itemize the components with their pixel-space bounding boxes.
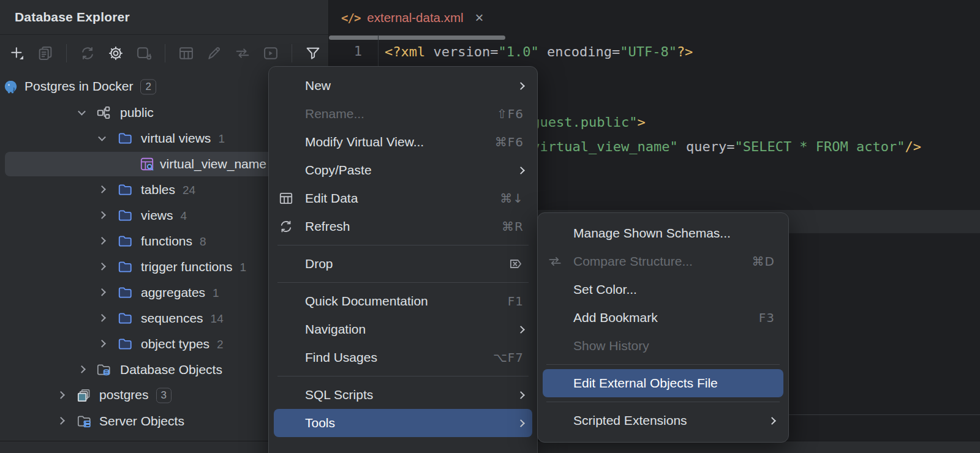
context-menu: NewRename...⇧F6Modify Virtual View...⌘F6… bbox=[268, 66, 538, 453]
tree-item-label: Server Objects bbox=[99, 414, 184, 429]
menu-item-add-bookmark[interactable]: Add BookmarkF3 bbox=[538, 304, 788, 332]
chevron-right-icon[interactable] bbox=[98, 314, 106, 322]
menu-item-find-usages[interactable]: Find Usages⌥F7 bbox=[269, 343, 537, 372]
folder-icon bbox=[117, 285, 133, 301]
menu-item-rename: Rename...⇧F6 bbox=[269, 100, 537, 128]
toolbar-separator bbox=[292, 44, 292, 62]
code-token: > bbox=[637, 114, 645, 130]
panel-header: Database Explorer bbox=[0, 0, 328, 35]
chevron-right-icon[interactable] bbox=[98, 211, 106, 219]
menu-item-manage-shown-schemas[interactable]: Manage Shown Schemas... bbox=[538, 219, 788, 247]
menu-item-label: Modify Virtual View... bbox=[305, 135, 424, 149]
code-fragment-1[interactable]: "guest.public"> bbox=[524, 114, 646, 131]
item-count: 1 bbox=[218, 132, 225, 145]
tab-filename: external-data.xml bbox=[367, 10, 463, 25]
postgres-elephant-icon bbox=[2, 79, 19, 95]
menu-item-label: SQL Scripts bbox=[305, 387, 373, 402]
filter-icon bbox=[304, 45, 322, 62]
chevron-right-icon[interactable] bbox=[98, 263, 106, 271]
menu-item-label: Add Bookmark bbox=[573, 310, 658, 325]
code-token: = bbox=[726, 139, 734, 154]
chevron-right-icon[interactable] bbox=[98, 185, 106, 193]
menu-item-label: Find Usages bbox=[305, 350, 377, 365]
add-button[interactable] bbox=[7, 43, 27, 63]
code-fragment-2[interactable]: "virtual_view_name" query="SELECT * FROM… bbox=[524, 138, 921, 155]
folder-icon bbox=[117, 233, 133, 249]
menu-shortcut: ⇧F6 bbox=[497, 107, 524, 121]
menu-item-label: Drop bbox=[305, 256, 333, 271]
code-token: "UTF-8" bbox=[620, 44, 677, 59]
menu-shortcut: ⌘F6 bbox=[495, 135, 524, 149]
menu-item-tools[interactable]: Tools bbox=[274, 409, 532, 437]
chevron-down-icon[interactable] bbox=[98, 133, 106, 141]
item-count: 1 bbox=[239, 261, 246, 274]
tab-external-data-xml[interactable]: </> external-data.xml × bbox=[336, 0, 489, 35]
submenu-arrow-icon bbox=[517, 82, 525, 90]
code-token: /> bbox=[905, 139, 922, 154]
menu-item-edit-external-objects-file[interactable]: Edit External Objects File bbox=[543, 369, 783, 397]
menu-item-edit-data[interactable]: Edit Data⌘↓ bbox=[269, 184, 537, 212]
gear-button[interactable] bbox=[106, 43, 126, 63]
folder-icon bbox=[117, 310, 133, 326]
menu-item-label: Manage Shown Schemas... bbox=[573, 226, 731, 241]
xml-file-icon: </> bbox=[341, 11, 360, 24]
active-tab-underline bbox=[329, 36, 505, 40]
chevron-right-icon[interactable] bbox=[98, 340, 106, 348]
chevron-down-icon[interactable] bbox=[78, 108, 86, 116]
item-count: 14 bbox=[211, 312, 224, 325]
delete-forward-icon bbox=[508, 256, 524, 272]
code-token: "guest.public" bbox=[524, 114, 637, 130]
code-line-1[interactable]: <?xml version="1.0" encoding="UTF-8"?> bbox=[385, 43, 693, 61]
menu-item-copy-paste[interactable]: Copy/Paste bbox=[269, 156, 537, 184]
chevron-right-icon[interactable] bbox=[57, 391, 65, 399]
code-token: query bbox=[678, 139, 726, 154]
menu-shortcut: ⌘↓ bbox=[500, 191, 524, 206]
virtual-view-icon bbox=[139, 156, 155, 172]
menu-separator bbox=[277, 376, 529, 376]
menu-item-drop[interactable]: Drop bbox=[269, 250, 537, 278]
refresh-icon bbox=[278, 219, 294, 234]
compare-button bbox=[233, 43, 252, 63]
item-badge: 3 bbox=[156, 388, 172, 403]
compare-icon bbox=[547, 253, 563, 269]
menu-item-label: Tools bbox=[305, 416, 335, 430]
chevron-right-icon[interactable] bbox=[78, 365, 86, 373]
menu-item-scripted-extensions[interactable]: Scripted Extensions bbox=[538, 406, 788, 435]
code-token: "1.0" bbox=[498, 44, 538, 59]
menu-shortcut: ⌥F7 bbox=[493, 350, 524, 365]
menu-item-modify-virtual-view[interactable]: Modify Virtual View...⌘F6 bbox=[269, 128, 537, 156]
menu-separator bbox=[546, 364, 780, 365]
menu-item-navigation[interactable]: Navigation bbox=[269, 315, 537, 343]
folder-icon bbox=[117, 130, 133, 146]
menu-item-label: Quick Documentation bbox=[305, 294, 428, 309]
menu-shortcut: ⌘R bbox=[502, 219, 524, 234]
tree-item-label: tables24 bbox=[141, 182, 195, 197]
filter-button[interactable] bbox=[303, 43, 323, 63]
disconnect-icon bbox=[135, 45, 153, 62]
refresh-icon bbox=[79, 45, 96, 62]
folder-icon bbox=[117, 182, 133, 198]
item-badge: 2 bbox=[140, 80, 156, 95]
menu-item-refresh[interactable]: Refresh⌘R bbox=[269, 212, 537, 241]
menu-item-set-color[interactable]: Set Color... bbox=[538, 275, 788, 304]
chevron-right-icon[interactable] bbox=[98, 237, 106, 245]
menu-item-new[interactable]: New bbox=[269, 72, 537, 100]
tree-item-label: aggregates1 bbox=[141, 285, 219, 300]
gear-icon bbox=[107, 45, 124, 62]
menu-item-label: Copy/Paste bbox=[305, 163, 372, 178]
chevron-right-icon[interactable] bbox=[57, 417, 65, 425]
close-tab-icon[interactable]: × bbox=[475, 10, 484, 25]
submenu-arrow-icon bbox=[517, 419, 525, 427]
code-token: = bbox=[490, 44, 498, 59]
folder-icon bbox=[117, 259, 133, 275]
chevron-right-icon[interactable] bbox=[98, 288, 106, 296]
menu-item-sql-scripts[interactable]: SQL Scripts bbox=[269, 381, 537, 409]
tree-item-label: sequences14 bbox=[141, 311, 224, 326]
compare-icon bbox=[234, 45, 251, 62]
panel-title: Database Explorer bbox=[15, 10, 130, 24]
menu-item-quick-documentation[interactable]: Quick DocumentationF1 bbox=[269, 287, 537, 315]
tree-item-label: virtual views1 bbox=[141, 131, 225, 146]
tree-item-label: virtual_view_name bbox=[160, 157, 266, 171]
code-token: ?> bbox=[677, 44, 693, 59]
tree-item-label: functions8 bbox=[141, 234, 206, 249]
